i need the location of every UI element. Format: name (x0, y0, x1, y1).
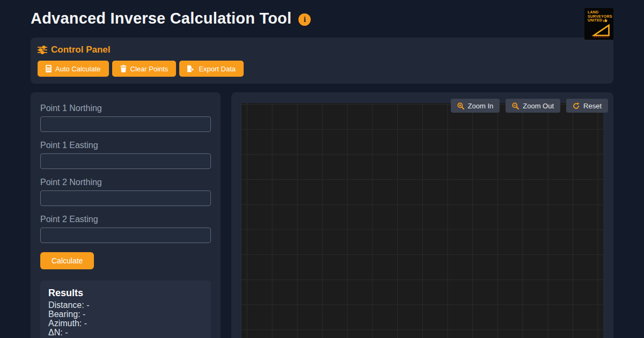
button-label: Clear Points (130, 65, 169, 73)
plot-canvas[interactable] (241, 103, 603, 338)
file-export-icon (187, 65, 195, 72)
point1-easting-input[interactable] (40, 153, 211, 169)
control-panel-title: Control Panel (51, 45, 111, 55)
result-bearing: Bearing: - (48, 310, 203, 319)
control-panel-heading: Control Panel (38, 45, 606, 55)
reset-icon (573, 102, 580, 109)
logo-text-line: LAND (588, 10, 613, 14)
canvas-controls: Zoom In Zoom Out Reset (451, 99, 608, 113)
point2-northing-input[interactable] (40, 190, 211, 206)
button-label: Zoom Out (523, 102, 554, 110)
point2-easting-label: Point 2 Easting (40, 215, 211, 224)
reset-button[interactable]: Reset (566, 99, 608, 113)
set-square-icon (592, 24, 611, 38)
point2-easting-input[interactable] (40, 227, 211, 243)
calculate-button[interactable]: Calculate (40, 252, 94, 269)
point1-northing-input[interactable] (40, 116, 211, 132)
export-data-button[interactable]: Export Data (179, 61, 244, 77)
result-distance: Distance: - (48, 300, 203, 310)
button-label: Zoom In (468, 102, 494, 110)
zoom-in-icon (457, 102, 464, 109)
control-panel-card: Control Panel Auto Calculate Clear Point… (31, 38, 613, 84)
zoom-out-button[interactable]: Zoom Out (506, 99, 560, 113)
page-title: Advanced Inverse Calculation Tool (31, 10, 291, 27)
auto-calculate-button[interactable]: Auto Calculate (38, 61, 109, 77)
clear-points-button[interactable]: Clear Points (112, 61, 177, 77)
point2-northing-label: Point 2 Northing (40, 178, 211, 187)
thumbs-up-icon (603, 18, 608, 23)
button-label: Auto Calculate (55, 65, 101, 73)
main-area: Point 1 Northing Point 1 Easting Point 2… (31, 92, 613, 338)
info-icon[interactable]: i (298, 13, 311, 26)
trash-icon (120, 65, 127, 72)
results-heading: Results (48, 288, 203, 299)
land-surveyors-united-logo: LAND SURVEYORS UNITED (584, 8, 613, 40)
title-wrap: Advanced Inverse Calculation Tool i (31, 10, 311, 27)
sliders-icon (38, 46, 47, 54)
result-azimuth: Azimuth: - (48, 319, 203, 328)
page: Advanced Inverse Calculation Tool i LAND… (0, 0, 644, 338)
zoom-in-button[interactable]: Zoom In (451, 99, 500, 113)
logo-text-line: UNITED (588, 18, 602, 23)
button-label: Export Data (199, 65, 236, 73)
logo-text-line: SURVEYORS (588, 14, 613, 19)
results-panel: Results Distance: - Bearing: - Azimuth: … (40, 281, 211, 338)
result-delta-n: ΔN: - (48, 328, 203, 337)
point1-easting-label: Point 1 Easting (40, 141, 211, 150)
point1-northing-label: Point 1 Northing (40, 104, 211, 113)
calculator-icon (46, 65, 52, 72)
control-panel-buttons: Auto Calculate Clear Points Export Data (38, 61, 606, 77)
header: Advanced Inverse Calculation Tool i LAND… (31, 0, 613, 38)
plot-card: Zoom In Zoom Out Reset (231, 92, 613, 338)
zoom-out-icon (512, 102, 519, 109)
inputs-card: Point 1 Northing Point 1 Easting Point 2… (31, 92, 221, 338)
button-label: Reset (583, 102, 602, 110)
